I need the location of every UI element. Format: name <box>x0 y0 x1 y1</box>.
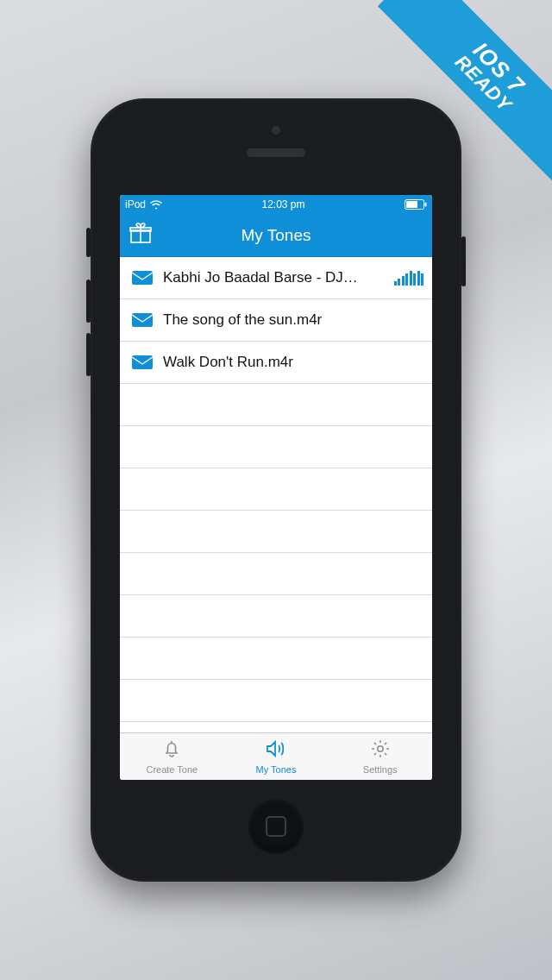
gear-icon <box>370 738 391 763</box>
device-camera <box>272 126 280 135</box>
device-side-button <box>86 228 91 257</box>
nav-bar: My Tones <box>120 214 432 257</box>
tone-title: Kabhi Jo Baadal Barse - DJ… <box>154 269 391 286</box>
tone-row[interactable]: The song of the sun.m4r <box>120 299 432 342</box>
screen: iPod 12:03 pm <box>120 195 432 780</box>
carrier-label: iPod <box>125 198 146 210</box>
list-item <box>120 680 432 722</box>
tab-label: Create Tone <box>146 764 198 775</box>
equalizer-icon <box>391 270 424 286</box>
list-item <box>120 595 432 638</box>
svg-point-10 <box>377 746 382 751</box>
list-item <box>120 511 432 553</box>
mail-icon <box>130 355 154 369</box>
tones-list[interactable]: Kabhi Jo Baadal Barse - DJ…The song of t… <box>120 257 432 732</box>
home-button[interactable] <box>248 799 304 854</box>
tone-row[interactable]: Walk Don't Run.m4r <box>120 342 432 384</box>
tab-settings[interactable]: Settings <box>328 733 432 780</box>
svg-rect-8 <box>132 355 153 369</box>
tone-row[interactable]: Kabhi Jo Baadal Barse - DJ… <box>120 257 432 299</box>
clock-label: 12:03 pm <box>261 198 304 210</box>
tone-title: Walk Don't Run.m4r <box>154 354 423 371</box>
tab-create-tone[interactable]: Create Tone <box>120 733 224 780</box>
list-item <box>120 553 432 595</box>
svg-rect-6 <box>132 271 153 285</box>
battery-icon <box>405 199 427 210</box>
list-item <box>120 468 432 511</box>
svg-rect-7 <box>132 313 153 327</box>
device-frame: iPod 12:03 pm <box>91 98 461 882</box>
mail-icon <box>130 271 154 285</box>
tab-label: Settings <box>363 764 398 775</box>
tab-my-tones[interactable]: My Tones <box>224 733 329 780</box>
device-side-button <box>86 333 91 376</box>
svg-rect-2 <box>424 203 426 207</box>
wifi-icon <box>150 200 162 210</box>
page-title: My Tones <box>242 226 311 245</box>
speaker-icon <box>265 738 287 763</box>
tab-label: My Tones <box>256 764 297 775</box>
list-item <box>120 426 432 468</box>
svg-rect-1 <box>406 201 417 208</box>
list-item <box>120 384 432 426</box>
device-speaker <box>247 148 305 157</box>
device-side-button <box>86 280 91 323</box>
device-side-button <box>461 236 466 286</box>
tone-title: The song of the sun.m4r <box>154 311 423 329</box>
tab-bar: Create Tone My Tones <box>120 732 432 780</box>
gift-icon[interactable] <box>129 223 153 248</box>
status-bar: iPod 12:03 pm <box>120 195 432 214</box>
list-item <box>120 638 432 680</box>
bell-icon <box>161 738 182 763</box>
mail-icon <box>130 313 154 327</box>
